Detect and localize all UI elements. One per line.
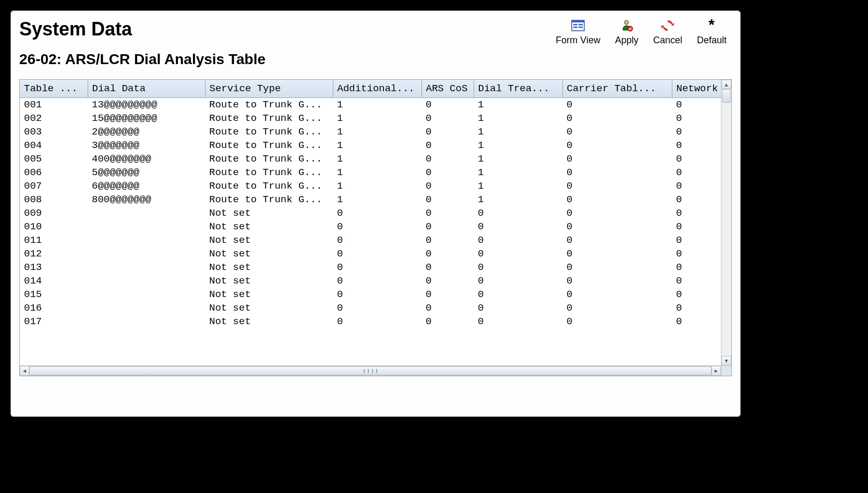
dial-analysis-table[interactable]: Table ... Dial Data Service Type Additio… [20, 80, 721, 328]
cell-net[interactable]: 0 [672, 301, 721, 315]
cell-dial[interactable] [88, 261, 205, 274]
cell-trea[interactable]: 1 [474, 112, 562, 125]
table-row[interactable]: 015Not set00000 [20, 288, 721, 301]
cell-add[interactable]: 1 [333, 112, 421, 125]
cell-net[interactable]: 0 [672, 125, 721, 139]
cell-table[interactable]: 009 [20, 206, 88, 220]
cell-service[interactable]: Not set [205, 315, 333, 328]
col-header-carrier[interactable]: Carrier Tabl... [562, 80, 672, 98]
cell-trea[interactable]: 0 [474, 301, 562, 315]
table-row[interactable]: 013Not set00000 [20, 261, 721, 274]
table-row[interactable]: 014Not set00000 [20, 274, 721, 288]
cell-net[interactable]: 0 [672, 152, 721, 166]
cell-dial[interactable] [88, 247, 205, 261]
table-row[interactable]: 009Not set00000 [20, 206, 721, 220]
cell-trea[interactable]: 1 [474, 125, 562, 139]
col-header-service[interactable]: Service Type [205, 80, 333, 98]
cell-carr[interactable]: 0 [562, 301, 672, 315]
cell-service[interactable]: Route to Trunk G... [205, 193, 333, 206]
cell-dial[interactable] [88, 233, 205, 247]
form-view-button[interactable]: Form View [556, 18, 600, 46]
scroll-up-icon[interactable]: ▲ [721, 80, 731, 89]
cell-trea[interactable]: 0 [474, 247, 562, 261]
table-row[interactable]: 00113@@@@@@@@@Route to Trunk G...10100 [20, 98, 721, 112]
table-row[interactable]: 012Not set00000 [20, 247, 721, 261]
cell-table[interactable]: 014 [20, 274, 88, 288]
cell-dial[interactable] [88, 288, 205, 301]
cell-dial[interactable] [88, 206, 205, 220]
cell-cos[interactable]: 0 [421, 274, 474, 288]
table-row[interactable]: 016Not set00000 [20, 301, 721, 315]
cell-carr[interactable]: 0 [562, 206, 672, 220]
vscroll-thumb[interactable] [722, 89, 731, 103]
cell-service[interactable]: Not set [205, 233, 333, 247]
cell-dial[interactable]: 6@@@@@@@ [88, 179, 205, 193]
cell-add[interactable]: 0 [333, 274, 421, 288]
cell-cos[interactable]: 0 [421, 233, 474, 247]
cell-add[interactable]: 0 [333, 233, 421, 247]
cell-carr[interactable]: 0 [562, 112, 672, 125]
cell-trea[interactable]: 1 [474, 98, 562, 112]
cell-service[interactable]: Route to Trunk G... [205, 98, 333, 112]
table-row[interactable]: 005400@@@@@@@Route to Trunk G...10100 [20, 152, 721, 166]
cell-service[interactable]: Route to Trunk G... [205, 152, 333, 166]
table-row[interactable]: 0076@@@@@@@Route to Trunk G...10100 [20, 179, 721, 193]
col-header-table[interactable]: Table ... [20, 80, 88, 98]
cell-trea[interactable]: 1 [474, 166, 562, 179]
cell-dial[interactable]: 400@@@@@@@ [88, 152, 205, 166]
cell-trea[interactable]: 0 [474, 274, 562, 288]
cell-add[interactable]: 0 [333, 261, 421, 274]
cell-dial[interactable] [88, 220, 205, 233]
cell-add[interactable]: 1 [333, 98, 421, 112]
cell-table[interactable]: 016 [20, 301, 88, 315]
cell-cos[interactable]: 0 [421, 139, 474, 152]
cell-table[interactable]: 017 [20, 315, 88, 328]
cell-add[interactable]: 1 [333, 139, 421, 152]
cell-carr[interactable]: 0 [562, 193, 672, 206]
cell-trea[interactable]: 1 [474, 179, 562, 193]
cell-net[interactable]: 0 [672, 220, 721, 233]
scroll-down-icon[interactable]: ▼ [721, 356, 731, 365]
cell-trea[interactable]: 0 [474, 233, 562, 247]
cell-carr[interactable]: 0 [562, 261, 672, 274]
cancel-button[interactable]: Cancel [653, 18, 682, 46]
apply-button[interactable]: Apply [615, 18, 638, 46]
cell-trea[interactable]: 1 [474, 139, 562, 152]
vertical-scrollbar[interactable]: ▲ ▼ [721, 80, 731, 365]
cell-dial[interactable]: 15@@@@@@@@@ [88, 112, 205, 125]
cell-dial[interactable] [88, 301, 205, 315]
cell-add[interactable]: 1 [333, 193, 421, 206]
cell-trea[interactable]: 0 [474, 315, 562, 328]
cell-carr[interactable]: 0 [562, 247, 672, 261]
cell-add[interactable]: 0 [333, 288, 421, 301]
cell-net[interactable]: 0 [672, 261, 721, 274]
cell-dial[interactable]: 13@@@@@@@@@ [88, 98, 205, 112]
cell-net[interactable]: 0 [672, 139, 721, 152]
cell-trea[interactable]: 1 [474, 152, 562, 166]
cell-net[interactable]: 0 [672, 98, 721, 112]
cell-cos[interactable]: 0 [421, 301, 474, 315]
cell-table[interactable]: 006 [20, 166, 88, 179]
cell-add[interactable]: 0 [333, 220, 421, 233]
cell-net[interactable]: 0 [672, 166, 721, 179]
cell-cos[interactable]: 0 [421, 206, 474, 220]
cell-service[interactable]: Not set [205, 261, 333, 274]
cell-add[interactable]: 1 [333, 179, 421, 193]
cell-service[interactable]: Route to Trunk G... [205, 112, 333, 125]
cell-carr[interactable]: 0 [562, 288, 672, 301]
cell-cos[interactable]: 0 [421, 152, 474, 166]
default-button[interactable]: * Default [697, 18, 727, 46]
cell-add[interactable]: 0 [333, 206, 421, 220]
cell-cos[interactable]: 0 [421, 112, 474, 125]
cell-carr[interactable]: 0 [562, 233, 672, 247]
cell-net[interactable]: 0 [672, 247, 721, 261]
hscroll-thumb[interactable] [29, 366, 712, 375]
cell-carr[interactable]: 0 [562, 274, 672, 288]
table-row[interactable]: 0032@@@@@@@Route to Trunk G...10100 [20, 125, 721, 139]
cell-table[interactable]: 008 [20, 193, 88, 206]
cell-add[interactable]: 1 [333, 166, 421, 179]
cell-carr[interactable]: 0 [562, 125, 672, 139]
cell-service[interactable]: Not set [205, 288, 333, 301]
cell-carr[interactable]: 0 [562, 98, 672, 112]
cell-add[interactable]: 1 [333, 152, 421, 166]
